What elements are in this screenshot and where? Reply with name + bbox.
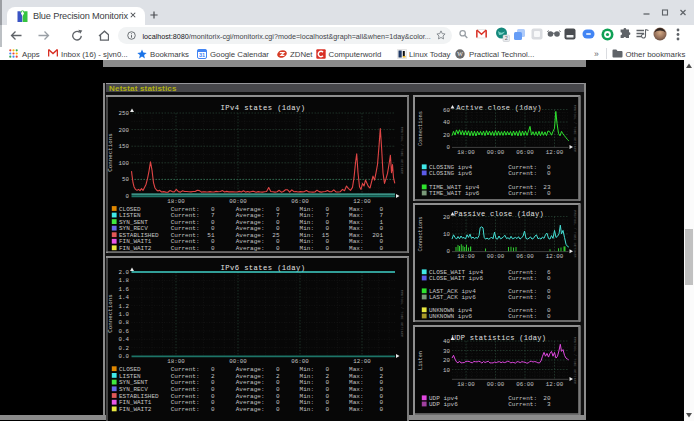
svg-text:0.8: 0.8 [118,319,129,326]
svg-text:Listen: Listen [418,350,424,369]
svg-text:IPv6 states (1day): IPv6 states (1day) [220,264,305,272]
svg-text:150: 150 [118,143,129,150]
svg-text:Current:: Current: [508,294,537,301]
svg-text:12:00: 12:00 [353,198,371,205]
svg-text:W: W [457,51,463,57]
svg-text:Max:: Max: [349,406,363,413]
svg-text:Current:: Current: [170,406,199,413]
svg-text:1.4: 1.4 [118,294,129,301]
svg-text:CLOSE_WAIT ipv6: CLOSE_WAIT ipv6 [429,275,483,282]
svg-text:UNKNOWN ipv6: UNKNOWN ipv6 [429,313,473,320]
svg-text:CLOSING ipv6: CLOSING ipv6 [429,170,473,177]
svg-text:12:00: 12:00 [546,380,564,387]
svg-text:Current:: Current: [170,245,199,252]
svg-text:40: 40 [443,338,450,345]
svg-text:06:00: 06:00 [291,198,309,205]
svg-text:2.0: 2.0 [118,269,129,276]
svg-text:0: 0 [210,245,214,252]
svg-text:10: 10 [443,366,450,373]
svg-text:Min:: Min: [299,406,313,413]
svg-text:0: 0 [447,248,451,255]
svg-text:0: 0 [379,406,383,413]
svg-text:50: 50 [122,176,129,183]
svg-text:18:00: 18:00 [167,198,185,205]
svg-text:0: 0 [379,245,383,252]
svg-text:0.6: 0.6 [118,327,129,334]
svg-text:31: 31 [198,52,204,58]
svg-text:RRDTOOL / TOBI OETIKER: RRDTOOL / TOBI OETIKER [573,104,577,152]
svg-text:1.8: 1.8 [118,277,129,284]
svg-text:20: 20 [443,357,450,364]
svg-text:0: 0 [547,294,551,301]
svg-text:Average:: Average: [235,245,264,252]
svg-text:LAST_ACK ipv6: LAST_ACK ipv6 [429,294,476,301]
svg-text:20: 20 [443,214,450,221]
svg-text:12:00: 12:00 [546,253,564,260]
svg-text:12:00: 12:00 [353,358,371,365]
svg-text:Current:: Current: [508,190,537,197]
svg-text:18:00: 18:00 [457,253,475,260]
svg-text:200: 200 [118,126,129,133]
svg-text:Average:: Average: [235,406,264,413]
svg-text:FIN_WAIT2: FIN_WAIT2 [119,406,152,413]
svg-text:12:00: 12:00 [546,149,564,156]
svg-text:00:00: 00:00 [487,380,505,387]
svg-text:06:00: 06:00 [516,253,534,260]
svg-text:0: 0 [125,193,129,200]
svg-text:Min:: Min: [299,245,313,252]
svg-text:1.0: 1.0 [118,311,129,318]
svg-text:06:00: 06:00 [516,380,534,387]
svg-text:Current:: Current: [508,275,537,282]
svg-text:60: 60 [443,106,450,113]
svg-text:RRDTOOL / TOBI OETIKER: RRDTOOL / TOBI OETIKER [400,126,404,174]
svg-text:UDP statistics (1day): UDP statistics (1day) [452,334,547,342]
svg-text:100: 100 [118,159,129,166]
svg-text:00:00: 00:00 [229,358,247,365]
svg-text:250: 250 [118,110,129,117]
svg-text:Current:: Current: [508,170,537,177]
svg-text:RRDTOOL / TOBI OETIKER: RRDTOOL / TOBI OETIKER [573,210,577,258]
svg-text:1.6: 1.6 [118,285,129,292]
svg-text:RRDTOOL / TOBI OETIKER: RRDTOOL / TOBI OETIKER [573,336,577,384]
svg-text:00:00: 00:00 [229,198,247,205]
svg-text:00:00: 00:00 [487,253,505,260]
svg-text:0: 0 [547,170,551,177]
svg-text:TIME_WAIT ipv6: TIME_WAIT ipv6 [429,190,480,197]
svg-text:20: 20 [443,131,450,138]
svg-text:Active close (1day): Active close (1day) [456,104,542,112]
svg-text:IPv4 states (1day): IPv4 states (1day) [220,104,305,112]
svg-text:2: 2 [505,35,508,41]
svg-text:0: 0 [447,144,451,151]
svg-text:30: 30 [443,347,450,354]
svg-text:Max:: Max: [349,245,363,252]
svg-text:0: 0 [210,406,214,413]
svg-text:00:00: 00:00 [487,149,505,156]
svg-text:UDP ipv6: UDP ipv6 [429,401,458,408]
svg-text:Connections: Connections [107,294,114,332]
svg-text:06:00: 06:00 [516,149,534,156]
svg-text:0: 0 [275,406,279,413]
svg-text:0.2: 0.2 [118,344,129,351]
svg-text:40: 40 [443,119,450,126]
svg-text:18:00: 18:00 [457,149,475,156]
svg-text:3: 3 [547,401,551,408]
svg-text:0.0: 0.0 [118,353,129,360]
svg-text:0.4: 0.4 [118,336,129,343]
svg-text:0: 0 [547,275,551,282]
svg-text:0: 0 [547,190,551,197]
svg-text:Connections: Connections [418,217,424,252]
svg-text:FIN_WAIT2: FIN_WAIT2 [119,245,152,252]
svg-text:06:00: 06:00 [291,358,309,365]
svg-text:Connections: Connections [418,111,424,146]
svg-text:0: 0 [275,245,279,252]
svg-text:18:00: 18:00 [457,380,475,387]
svg-text:18:00: 18:00 [167,358,185,365]
svg-text:0: 0 [547,313,551,320]
svg-text:1.2: 1.2 [118,302,129,309]
svg-text:Current:: Current: [508,401,537,408]
svg-text:0: 0 [325,245,329,252]
svg-text:Connections: Connections [107,133,114,171]
svg-text:10: 10 [443,231,450,238]
svg-text:0: 0 [325,406,329,413]
svg-text:RRDTOOL / TOBI OETIKER: RRDTOOL / TOBI OETIKER [400,289,404,337]
